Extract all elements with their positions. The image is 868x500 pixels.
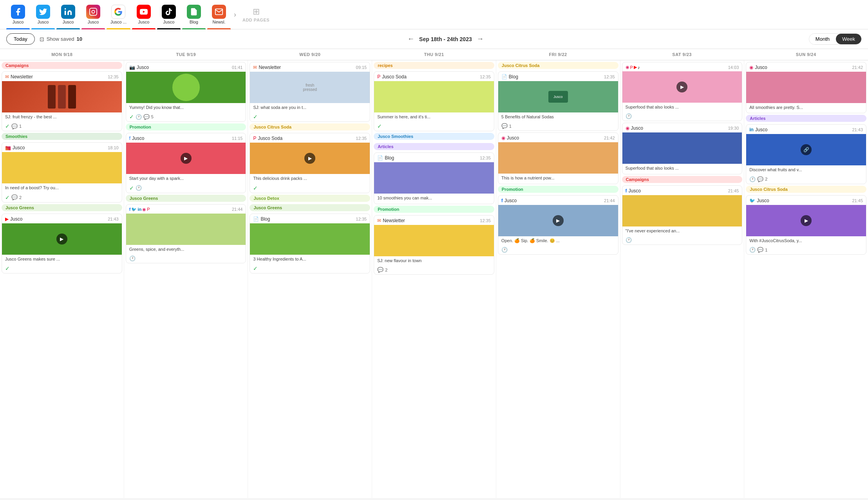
- card-ig2-sat[interactable]: ◉ Jusco 19:30 Superfood that also looks …: [622, 123, 743, 174]
- card-ig-fri[interactable]: ◉ Jusco 21:42 This is how a nutrient pow…: [498, 132, 618, 184]
- li-icon: in: [137, 207, 141, 212]
- nl-icon: ✉: [253, 65, 257, 70]
- card-image: 🔗: [746, 134, 866, 165]
- card-multi-sat[interactable]: ◉ P ▶ ♪ 14:03 ▶ Superfood that also look…: [622, 62, 743, 121]
- card-image: [2, 152, 122, 183]
- card-greens-wed[interactable]: 📄 Blog 12:35 3 Healthy Ingredients to A.…: [250, 214, 370, 274]
- nav-item-youtube[interactable]: Jusco: [132, 3, 156, 26]
- pi-icon: P: [253, 136, 256, 141]
- card-recipes-thu[interactable]: P Jusco Soda 12:35 Summer is here, and i…: [374, 71, 494, 131]
- day-headers: MON 9/18 TUE 9/19 WED 9/20 THU 9/21 FRI …: [0, 49, 868, 60]
- comment-icon: 💬: [11, 194, 18, 200]
- card-time: 21:42: [852, 65, 863, 70]
- month-view-button[interactable]: Month: [809, 34, 836, 44]
- nav-item-blog[interactable]: Blog: [182, 3, 206, 26]
- card-status: ✓: [250, 184, 370, 193]
- date-nav: ← Sep 18th - 24th 2023 →: [87, 35, 804, 43]
- nav-item-tiktok[interactable]: Jusco: [157, 3, 181, 26]
- card-platform-name: Jusco: [757, 198, 769, 203]
- group-label-detox: Jusco Detox: [250, 195, 370, 202]
- nav-item-google[interactable]: Jusco ...: [107, 3, 130, 26]
- col-thu: recipes P Jusco Soda 12:35 Summer is her…: [372, 60, 496, 498]
- card-image: [374, 162, 494, 194]
- link-button[interactable]: 🔗: [801, 144, 812, 155]
- card-status: ✓ 🕐 💬 5: [126, 113, 246, 121]
- play-button[interactable]: ▶: [181, 153, 192, 164]
- nav-item-facebook[interactable]: Jusco: [6, 3, 30, 26]
- card-time: 21:45: [728, 188, 739, 193]
- card-text: This is how a nutrient pow...: [501, 175, 615, 181]
- card-citrus-sun[interactable]: 🐦 Jusco 21:45 ▶ With #JuscoCitrusSoda, y…: [746, 195, 866, 255]
- add-pages-button[interactable]: ⊞ ADD PAGES: [239, 5, 273, 24]
- card-promotion-thu[interactable]: ✉ Newsletter 12:35 SJ: new flavour in to…: [374, 215, 494, 275]
- nav-more-arrow[interactable]: ›: [232, 9, 238, 20]
- group-label-promotion-fri: Promotion: [498, 186, 618, 193]
- card-ig-sun[interactable]: ◉ Jusco 21:42 All smoothies are pretty. …: [746, 62, 866, 113]
- blog-icon: [187, 5, 201, 19]
- nav-item-instagram[interactable]: Jusco: [81, 3, 105, 26]
- check-icon: ✓: [253, 185, 258, 191]
- card-status: ✓ 💬 2: [2, 194, 122, 202]
- play-button[interactable]: ▶: [553, 215, 564, 226]
- next-arrow[interactable]: →: [477, 35, 484, 43]
- card-text: Open. 🍊 Sip. 🍊 Smile. 😊 ...: [501, 238, 615, 244]
- card-time: 19:30: [728, 126, 739, 130]
- card-campaigns-sat[interactable]: f Jusco 21:45 "I've never experienced an…: [622, 185, 743, 245]
- card-citrus-wed[interactable]: P Jusco Soda 12:35 ▶ This delicious drin…: [250, 133, 370, 193]
- newsletter-platform-icon: ✉: [5, 74, 9, 80]
- card-image: ▶: [250, 143, 370, 174]
- card-promotion-fri[interactable]: f Jusco 21:44 ▶ Open. 🍊 Sip. 🍊 Smile. 😊 …: [498, 195, 618, 255]
- card-smoothies-mon[interactable]: 📷 Jusco 18:10 In need of a boost? Try ou…: [2, 142, 122, 202]
- play-button[interactable]: ▶: [801, 215, 812, 226]
- card-text: 5 Benefits of Natural Sodas: [501, 114, 615, 120]
- card-smoothies-thu[interactable]: 📄 Blog 12:35 10 smoothies you can mak...: [374, 152, 494, 204]
- pi-icon: P: [630, 65, 633, 70]
- card-text: This delicious drink packs ...: [253, 176, 367, 181]
- nav-item-twitter[interactable]: Jusco: [31, 3, 55, 26]
- prev-arrow[interactable]: ←: [407, 35, 414, 43]
- li-icon: in: [749, 127, 754, 132]
- ig-icon: 📷: [129, 65, 135, 70]
- card-time: 21:42: [604, 136, 615, 140]
- card-citrus-fri[interactable]: 📄 Blog 12:35 Jusco 5 Benefits of Natural…: [498, 71, 618, 131]
- card-newsletter-mon[interactable]: ✉ Newsletter 12:35 SJ: fruit frenzy - th…: [2, 71, 122, 131]
- card-promotion-tue[interactable]: f Jusco 11:15 ▶ Start your day with a sp…: [126, 133, 246, 193]
- card-status: ✓: [250, 113, 370, 121]
- card-status: 🕐: [126, 255, 246, 263]
- header-fri: FRI 9/22: [496, 49, 620, 60]
- header-sun: SUN 9/24: [744, 49, 868, 60]
- nav-item-newsletter[interactable]: Newsl.: [207, 3, 231, 26]
- card-articles-sun[interactable]: in Jusco 21:43 🔗 Discover what fruits an…: [746, 124, 866, 184]
- card-time: 12:35: [108, 74, 119, 79]
- card-image: [622, 195, 742, 226]
- card-ig-tue[interactable]: 📷 Jusco 01:41 Yummy! Did you know that..…: [126, 62, 246, 122]
- multi-platform-icons: ◉ P ▶ ♪: [626, 65, 640, 70]
- card-text: Discover what fruits and v...: [749, 167, 863, 173]
- card-greens-mon[interactable]: ▶ Jusco 21:43 ▶ Jusco Greens makes sure …: [2, 214, 122, 274]
- card-text: Superfood that also looks ...: [626, 165, 739, 171]
- card-image: [622, 132, 742, 164]
- card-status: 🕐: [622, 236, 742, 245]
- play-button[interactable]: ▶: [304, 153, 315, 164]
- card-time: 21:44: [232, 207, 243, 212]
- show-saved-button[interactable]: ⊡ Show saved 10: [40, 36, 82, 42]
- today-button[interactable]: Today: [6, 33, 35, 45]
- play-button[interactable]: ▶: [56, 234, 67, 245]
- header-mon: MON 9/18: [0, 49, 124, 60]
- card-image: [126, 214, 246, 245]
- group-label-citrus-sun: Jusco Citrus Soda: [746, 186, 866, 193]
- play-button[interactable]: ▶: [676, 82, 687, 92]
- card-text: SJ: fruit frenzy - the best ...: [5, 114, 119, 120]
- card-newsletter-wed[interactable]: ✉ Newsletter 09:15 freshpressed SJ: what…: [250, 62, 370, 122]
- tt-icon: ♪: [638, 65, 640, 70]
- nav-item-linkedin[interactable]: Jusco: [56, 3, 80, 26]
- clock-icon: 🕐: [626, 237, 632, 243]
- multi-platform-icons: f 🐦 in ◉ P: [129, 207, 150, 212]
- card-time: 21:45: [852, 198, 863, 203]
- fb-icon: f: [129, 207, 131, 212]
- card-greens-tue[interactable]: f 🐦 in ◉ P 21:44 Greens, spice, and ever…: [126, 204, 246, 263]
- check-icon: ✓: [129, 114, 134, 120]
- add-icon: ⊞: [253, 7, 260, 17]
- blog-icon: 📄: [501, 74, 507, 80]
- week-view-button[interactable]: Week: [836, 34, 861, 44]
